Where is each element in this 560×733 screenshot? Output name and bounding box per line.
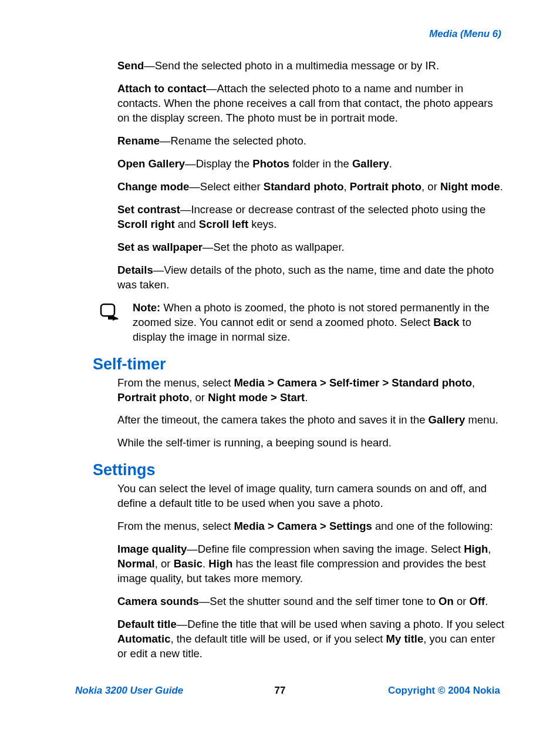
def-change-mode: Change mode—Select either Standard photo… (117, 180, 506, 194)
settings-p2: From the menus, select Media > Camera > … (117, 519, 506, 534)
footer-guide-name: Nokia 3200 User Guide (75, 685, 183, 697)
svg-rect-0 (101, 304, 114, 316)
def-details: Details—View details of the photo, such … (117, 263, 506, 292)
note-block: Note: When a photo is zoomed, the photo … (100, 301, 506, 345)
def-image-quality: Image quality—Define file compression wh… (117, 542, 506, 586)
selftimer-p1: From the menus, select Media > Camera > … (117, 376, 506, 405)
page-header: Media (Menu 6) (93, 28, 501, 40)
def-rename: Rename—Rename the selected photo. (117, 134, 506, 149)
def-camera-sounds: Camera sounds—Set the shutter sound and … (117, 594, 506, 609)
note-icon (100, 303, 120, 323)
note-text: Note: When a photo is zoomed, the photo … (133, 301, 506, 345)
body-content: Send—Send the selected photo in a multim… (117, 59, 506, 661)
def-attach-to-contact: Attach to contact—Attach the selected ph… (117, 82, 506, 126)
def-default-title: Default title—Define the title that will… (117, 617, 506, 661)
def-set-as-wallpaper: Set as wallpaper—Set the photo as wallpa… (117, 240, 506, 255)
footer-page-number: 77 (275, 685, 286, 697)
page-footer: Nokia 3200 User Guide 77 Copyright © 200… (0, 685, 560, 697)
heading-settings: Settings (93, 461, 506, 479)
footer-copyright: Copyright © 2004 Nokia (388, 685, 500, 697)
def-open-gallery: Open Gallery—Display the Photos folder i… (117, 157, 506, 172)
selftimer-p2: After the timeout, the camera takes the … (117, 413, 506, 428)
settings-p1: You can select the level of image qualit… (117, 482, 506, 511)
def-send: Send—Send the selected photo in a multim… (117, 59, 506, 73)
selftimer-p3: While the self-timer is running, a beepi… (117, 436, 506, 450)
def-set-contrast: Set contrast—Increase or decrease contra… (117, 203, 506, 232)
heading-self-timer: Self-timer (93, 355, 506, 374)
